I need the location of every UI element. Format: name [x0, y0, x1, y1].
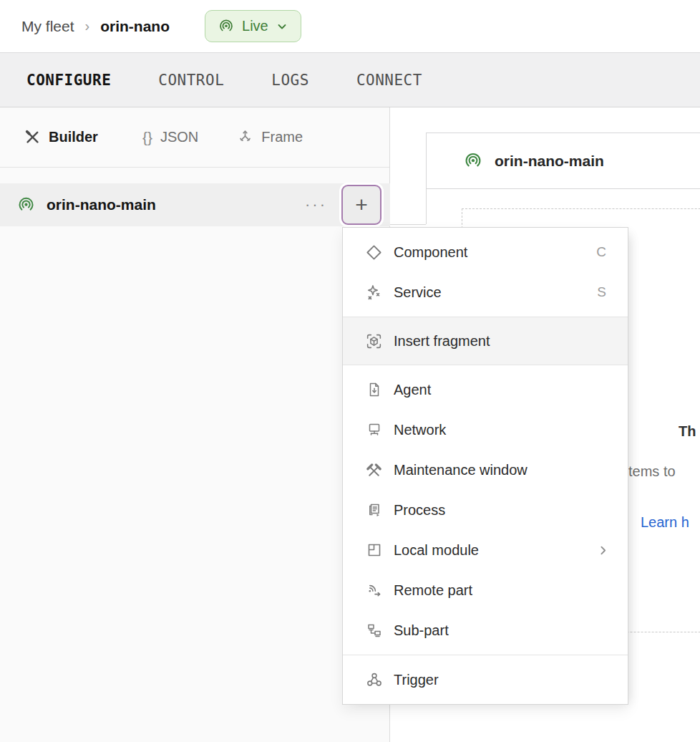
menu-item-label: Component	[394, 244, 467, 261]
sub-part-icon	[364, 621, 384, 640]
breadcrumb-bar: My fleet › orin-nano Live	[0, 0, 700, 53]
menu-item-process[interactable]: Process	[343, 490, 628, 530]
trigger-webhook-icon	[364, 670, 384, 690]
menu-group: Component C Service S	[343, 228, 628, 317]
menu-item-component[interactable]: Component C	[343, 232, 628, 272]
frame-axes-icon	[237, 129, 253, 145]
live-status-label: Live	[242, 18, 268, 34]
machine-part-icon	[17, 196, 35, 214]
empty-state-body-fragment: tems to	[628, 463, 676, 480]
connector-line-horizontal	[390, 224, 426, 225]
tab-logs[interactable]: LOGS	[271, 72, 309, 89]
menu-item-shortcut: C	[596, 244, 628, 260]
menu-item-label: Insert fragment	[394, 333, 490, 350]
subtab-json[interactable]: {} JSON	[142, 129, 198, 146]
menu-item-label: Process	[394, 502, 445, 519]
tab-configure[interactable]: CONFIGURE	[26, 72, 111, 89]
menu-item-service[interactable]: Service S	[343, 272, 628, 312]
subtab-label: JSON	[160, 129, 198, 145]
menu-item-maintenance-window[interactable]: Maintenance window	[343, 450, 628, 490]
wrench-icon	[24, 129, 41, 145]
breadcrumb-separator: ›	[85, 18, 90, 34]
diamond-icon	[364, 243, 384, 262]
breadcrumb-current: orin-nano	[100, 18, 170, 35]
fragment-icon	[364, 332, 384, 351]
menu-item-label: Network	[394, 422, 446, 438]
machine-part-name: orin-nano-main	[47, 196, 156, 213]
process-icon	[364, 501, 384, 520]
menu-item-label: Maintenance window	[394, 462, 528, 478]
menu-item-label: Service	[394, 284, 442, 301]
menu-item-agent[interactable]: Agent	[343, 370, 628, 410]
subtab-label: Builder	[49, 129, 98, 145]
maintenance-icon	[364, 461, 384, 480]
main-tab-bar: CONFIGURE CONTROL LOGS CONNECT	[0, 53, 700, 107]
local-module-icon	[364, 541, 384, 560]
chevron-right-icon	[597, 544, 628, 556]
braces-icon: {}	[142, 129, 152, 146]
sparkles-icon	[364, 283, 384, 302]
menu-item-insert-fragment[interactable]: Insert fragment	[343, 317, 628, 365]
menu-item-label: Agent	[394, 382, 431, 398]
subtab-label: Frame	[261, 129, 303, 145]
machine-live-icon	[218, 19, 234, 34]
empty-state-heading-fragment: Th	[679, 423, 696, 440]
machine-part-row-selected[interactable]: orin-nano-main ··· +	[0, 183, 390, 226]
agent-file-icon	[364, 380, 384, 400]
menu-item-label: Sub-part	[394, 622, 449, 639]
tab-connect[interactable]: CONNECT	[356, 72, 422, 89]
live-status-dropdown[interactable]: Live	[205, 10, 301, 42]
menu-item-label: Local module	[394, 542, 479, 559]
connector-line-vertical	[426, 189, 427, 224]
menu-group: Insert fragment	[343, 317, 628, 365]
add-item-button[interactable]: +	[341, 185, 381, 225]
subtab-frame[interactable]: Frame	[237, 129, 303, 145]
machine-part-card[interactable]: orin-nano-main	[426, 132, 700, 189]
config-sidebar: Builder {} JSON	[0, 107, 390, 742]
menu-item-sub-part[interactable]: Sub-part	[343, 610, 628, 650]
more-options-button[interactable]: ···	[305, 183, 327, 226]
learn-how-link[interactable]: Learn h	[641, 514, 689, 531]
menu-item-label: Remote part	[394, 582, 472, 599]
menu-item-remote-part[interactable]: Remote part	[343, 570, 628, 610]
remote-part-icon	[364, 581, 384, 600]
menu-group: Trigger	[343, 655, 628, 704]
part-card-title: orin-nano-main	[495, 153, 604, 170]
network-icon	[364, 420, 384, 440]
subtab-builder[interactable]: Builder	[24, 129, 98, 145]
chevron-down-icon	[276, 21, 288, 32]
add-item-menu: Component C Service S	[342, 227, 628, 705]
tab-control[interactable]: CONTROL	[158, 72, 224, 89]
menu-item-local-module[interactable]: Local module	[343, 530, 628, 570]
menu-item-shortcut: S	[597, 284, 628, 300]
breadcrumb-parent-link[interactable]: My fleet	[21, 18, 74, 35]
app-window: My fleet › orin-nano Live CONFIGURE CONT…	[0, 0, 700, 742]
menu-item-network[interactable]: Network	[343, 410, 628, 450]
menu-item-trigger[interactable]: Trigger	[343, 660, 628, 700]
menu-item-label: Trigger	[394, 672, 439, 688]
machine-part-icon	[464, 152, 482, 170]
config-view-switcher: Builder {} JSON	[0, 107, 389, 168]
menu-group: Agent Network	[343, 365, 628, 655]
